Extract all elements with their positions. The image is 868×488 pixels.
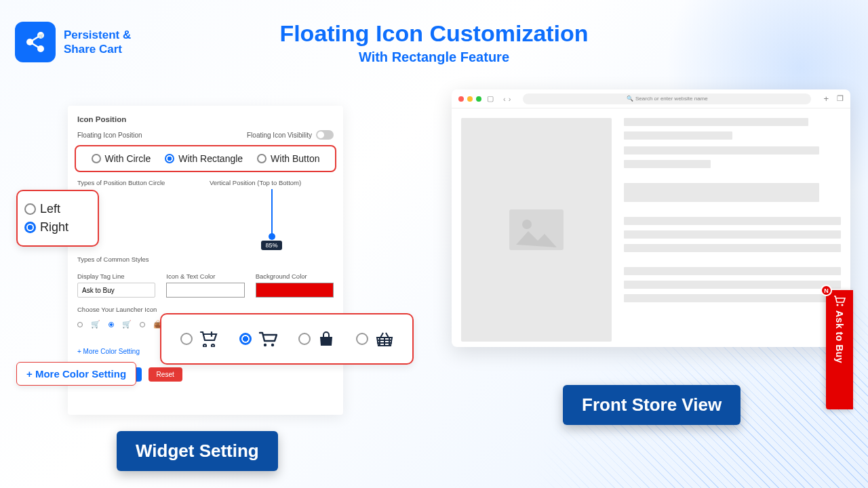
page-subtitle: With Rectangle Feature [279, 49, 588, 65]
shape-button-option[interactable]: With Button [257, 153, 319, 164]
reset-button[interactable]: Reset [149, 367, 182, 382]
brand-line1: Persistent & [64, 28, 131, 42]
big-launcher-1[interactable] [239, 333, 252, 345]
launcher-label: Choose Your Launcher Icon [77, 306, 334, 313]
position-callout: Left Right [16, 190, 99, 247]
shape-circle-option[interactable]: With Circle [92, 153, 151, 164]
front-store-badge: Front Store View [563, 385, 741, 425]
cart-icon: 🛒 [122, 320, 132, 329]
floating-position-label: Floating Icon Position [77, 131, 142, 139]
tabs-icon[interactable]: ❐ [837, 94, 844, 103]
shape-options-group: With Circle With Rectangle With Button [75, 145, 336, 172]
back-icon[interactable]: ‹ [503, 95, 506, 103]
vertical-position-label: Vertical Position (Top to Bottom) [210, 179, 334, 186]
position-left-option[interactable]: Left [24, 202, 91, 216]
launcher-callout [160, 313, 414, 365]
position-type-label: Types of Position Button Circle [77, 179, 201, 186]
product-image-placeholder [461, 118, 612, 342]
sidebar-toggle-icon[interactable]: ▢ [487, 94, 494, 103]
big-launcher-2[interactable] [298, 333, 311, 345]
more-color-callout[interactable]: + More Color Setting [16, 362, 136, 386]
basket-icon [375, 331, 394, 347]
big-launcher-0[interactable] [180, 333, 193, 345]
storefront-preview: ▢ ‹ › 🔍 Search or enter website name + ❐ [452, 89, 850, 347]
cart-plus-icon: 🛒 [91, 320, 100, 329]
visibility-toggle[interactable] [316, 130, 334, 140]
svg-point-7 [271, 344, 273, 346]
widget-setting-badge: Widget Setting [117, 431, 278, 471]
icon-color-picker[interactable] [166, 283, 244, 298]
vertical-slider[interactable]: 85% [210, 189, 334, 250]
launcher-opt-1[interactable] [108, 322, 114, 327]
float-text: Ask to Buy [834, 310, 845, 363]
page-title: Floating Icon Customization [279, 20, 588, 47]
cart-icon [258, 331, 277, 347]
slider-value: 85% [261, 241, 281, 250]
bg-color-picker[interactable] [256, 283, 334, 298]
launcher-opt-0[interactable] [77, 322, 83, 327]
svg-point-6 [263, 344, 266, 346]
position-right-option[interactable]: Right [24, 220, 91, 235]
cart-plus-icon [199, 331, 218, 347]
bg-color-label: Background Color [256, 272, 334, 280]
floating-cart-button[interactable]: N Ask to Buy [826, 290, 853, 409]
product-text-placeholder [624, 118, 841, 342]
logo-icon: 🛒 [15, 22, 56, 62]
shape-rectangle-option[interactable]: With Rectangle [165, 153, 243, 164]
url-bar[interactable]: 🔍 Search or enter website name [523, 94, 811, 104]
tagline-input[interactable] [77, 283, 155, 298]
svg-point-10 [837, 304, 839, 306]
bag-icon [317, 331, 335, 347]
tagline-label: Display Tag Line [77, 272, 155, 280]
search-icon: 🔍 [627, 96, 633, 102]
cart-icon [833, 296, 846, 306]
forward-icon[interactable]: › [509, 95, 511, 103]
svg-text:🛒: 🛒 [39, 33, 44, 39]
brand-line2: Share Cart [64, 42, 131, 56]
big-launcher-3[interactable] [356, 333, 368, 345]
plus-icon: + [26, 368, 33, 380]
more-color-link[interactable]: + More Color Setting [77, 348, 140, 355]
brand-logo: 🛒 Persistent & Share Cart [15, 22, 131, 62]
svg-point-11 [842, 304, 844, 306]
new-tab-icon[interactable]: + [823, 94, 829, 104]
svg-line-4 [30, 42, 41, 49]
section-icon-position: Icon Position [77, 115, 334, 123]
visibility-label: Floating Icon Visibility [247, 131, 312, 139]
common-styles-label: Types of Common Styles [77, 256, 334, 263]
svg-point-9 [522, 220, 532, 229]
window-controls [458, 96, 481, 102]
notification-badge: N [821, 285, 832, 296]
launcher-opt-2[interactable] [140, 322, 145, 327]
icon-color-label: Icon & Text Color [166, 272, 244, 280]
